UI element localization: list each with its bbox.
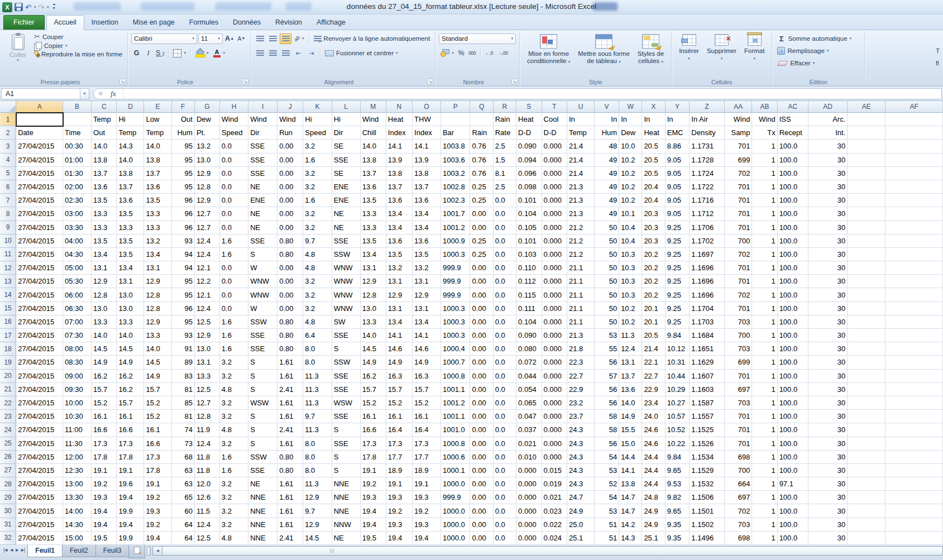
cell-H6[interactable]: 0.0	[220, 180, 248, 194]
cell-S23[interactable]: 0.047	[516, 410, 542, 423]
cell-J31[interactable]: 1.61	[277, 518, 303, 532]
cell-X5[interactable]: 20.5	[642, 167, 665, 180]
cell-N27[interactable]: 18.9	[386, 464, 413, 477]
cell-K28[interactable]: 11.3	[303, 477, 332, 491]
cell-M20[interactable]: 16.2	[361, 370, 386, 383]
cell-D3[interactable]: 14.3	[117, 140, 144, 153]
paste-dropdown-arrow-icon[interactable]: ▾	[17, 58, 19, 63]
cell-I3[interactable]: SSE	[248, 140, 277, 153]
cell-A1[interactable]	[16, 113, 63, 126]
cell-AE13[interactable]	[848, 275, 885, 288]
cell-U20[interactable]: 22.7	[567, 370, 595, 383]
cell-AE2[interactable]	[848, 126, 885, 140]
cell-U24[interactable]: 24.3	[567, 423, 595, 437]
cell-A29[interactable]: 27/04/2015	[16, 491, 63, 504]
cell-R31[interactable]: 0.0	[494, 518, 516, 532]
cell-M6[interactable]: 13.6	[361, 180, 386, 194]
cell-M14[interactable]: 12.8	[361, 288, 386, 301]
row-header-14[interactable]: 14	[0, 288, 16, 301]
cell-S4[interactable]: 0.094	[516, 154, 542, 167]
row-header-23[interactable]: 23	[0, 410, 16, 423]
cell-Y21[interactable]: 10.29	[666, 383, 690, 396]
cell-G10[interactable]: 12.4	[195, 234, 220, 248]
align-top-button[interactable]	[254, 33, 266, 44]
cell-AC24[interactable]: 100.0	[778, 423, 808, 437]
cell-W24[interactable]: 15.5	[619, 423, 642, 437]
cell-V26[interactable]: 54	[595, 451, 619, 464]
cell-U9[interactable]: 21.2	[567, 221, 595, 234]
cell-I13[interactable]: WNW	[248, 275, 277, 288]
row-header-9[interactable]: 9	[0, 221, 16, 234]
cell-M31[interactable]: 19.4	[361, 518, 386, 532]
row-header-22[interactable]: 22	[0, 396, 16, 410]
cell-G26[interactable]: 11.8	[195, 451, 220, 464]
cell-B11[interactable]: 04:30	[63, 248, 92, 261]
cell-W1[interactable]: In	[619, 113, 642, 126]
tab-accueil[interactable]: Accueil	[46, 15, 84, 30]
cell-Z16[interactable]: 1.1703	[690, 315, 725, 329]
cell-Q16[interactable]: 0.00	[470, 315, 493, 329]
cell-AC25[interactable]: 100.0	[778, 437, 808, 451]
cell-R32[interactable]: 0.0	[494, 532, 516, 545]
cell-R24[interactable]: 0.0	[494, 423, 516, 437]
cell-E15[interactable]: 12.8	[144, 302, 171, 315]
cell-S24[interactable]: 0.037	[516, 423, 542, 437]
cell-AD24[interactable]: 30	[808, 423, 848, 437]
cell-H17[interactable]: 1.6	[220, 329, 248, 342]
cell-AC29[interactable]: 100.0	[778, 491, 808, 504]
column-header-A[interactable]: A	[16, 101, 63, 113]
cell-Q13[interactable]: 0.00	[470, 275, 493, 288]
cell-S1[interactable]: Heat	[516, 113, 542, 126]
cell-Z9[interactable]: 1.1706	[690, 221, 725, 234]
cell-K32[interactable]: 14.5	[303, 532, 332, 545]
cell-D8[interactable]: 13.5	[117, 207, 144, 221]
cell-Y29[interactable]: 9.82	[666, 491, 690, 504]
cell-H26[interactable]: 1.6	[220, 451, 248, 464]
cell-K21[interactable]: 11.3	[303, 383, 332, 396]
cell-G15[interactable]: 12.4	[195, 302, 220, 315]
cell-M12[interactable]: 13.1	[361, 261, 386, 275]
cell-W14[interactable]: 10.3	[619, 288, 642, 301]
cell-H10[interactable]: 1.6	[220, 234, 248, 248]
cell-G31[interactable]: 12.4	[195, 518, 220, 532]
cell-M16[interactable]: 13.3	[361, 315, 386, 329]
cell-AD1[interactable]: Arc.	[808, 113, 848, 126]
cell-O6[interactable]: 13.7	[413, 180, 441, 194]
cell-H15[interactable]: 0.0	[220, 302, 248, 315]
cell-N25[interactable]: 17.3	[386, 437, 413, 451]
cell-G8[interactable]: 12.7	[195, 207, 220, 221]
cell-AE24[interactable]	[848, 423, 885, 437]
cell-P25[interactable]: 1000.8	[441, 437, 470, 451]
cell-AE3[interactable]	[848, 140, 885, 153]
comma-style-button[interactable]: 000	[467, 50, 477, 56]
cell-H11[interactable]: 1.6	[220, 248, 248, 261]
cell-S26[interactable]: 0.010	[516, 451, 542, 464]
cell-Y9[interactable]: 9.25	[666, 221, 690, 234]
cell-C14[interactable]: 12.8	[92, 288, 117, 301]
number-format-select[interactable]: Standard ▾	[439, 33, 516, 44]
cell-AC22[interactable]: 100.0	[778, 396, 808, 410]
cell-P32[interactable]: 1000.0	[441, 532, 470, 545]
cell-J7[interactable]: 0.00	[277, 194, 303, 207]
accounting-format-button[interactable]: ▾	[439, 49, 456, 58]
cell-S3[interactable]: 0.090	[516, 140, 542, 153]
cell-Q9[interactable]: 0.00	[470, 221, 493, 234]
cell-AD4[interactable]: 30	[808, 154, 848, 167]
cell-M25[interactable]: 17.3	[361, 437, 386, 451]
cell-I7[interactable]: ENE	[248, 194, 277, 207]
cell-A32[interactable]: 27/04/2015	[16, 532, 63, 545]
cell-H7[interactable]: 0.0	[220, 194, 248, 207]
cell-AB4[interactable]: 1	[752, 154, 777, 167]
cell-I4[interactable]: SSE	[248, 154, 277, 167]
cell-T8[interactable]: 0.000	[542, 207, 567, 221]
cell-P9[interactable]: 1001.2	[441, 221, 470, 234]
cell-E30[interactable]: 19.3	[144, 504, 171, 518]
cell-D14[interactable]: 13.0	[117, 288, 144, 301]
cell-AD28[interactable]: 30	[808, 477, 848, 491]
cell-S25[interactable]: 0.021	[516, 437, 542, 451]
cell-Q31[interactable]: 0.00	[470, 518, 493, 532]
row-header-32[interactable]: 32	[0, 532, 16, 545]
cell-W5[interactable]: 10.2	[619, 167, 642, 180]
cell-AC7[interactable]: 100.0	[778, 194, 808, 207]
cell-R26[interactable]: 0.0	[494, 451, 516, 464]
